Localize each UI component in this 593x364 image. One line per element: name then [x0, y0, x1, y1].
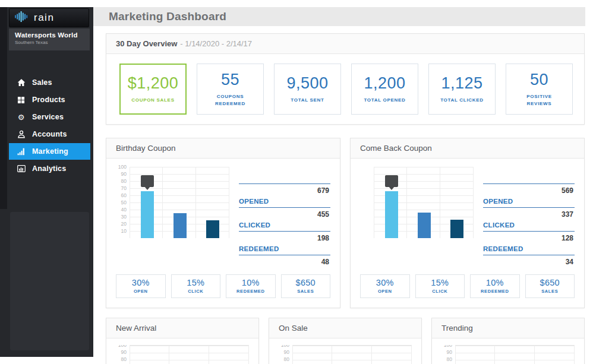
- logo-wordmark: rain: [34, 12, 54, 24]
- stat-label: CLICKED: [239, 220, 330, 232]
- sales-button[interactable]: $650 SALES: [281, 274, 331, 298]
- kpi-label: OPEN: [361, 289, 409, 294]
- coupon-kpi-buttons: 30% OPEN 15% CLICK 10% REDEEMED $650 SAL…: [116, 274, 330, 298]
- y-axis: 100908070: [116, 345, 128, 364]
- kpi-label: REDEEMED: [226, 289, 275, 294]
- tile-total-opened[interactable]: 1,200 TOTAL OPENED: [351, 64, 418, 115]
- page-header: Marketing Dashboard: [93, 7, 585, 26]
- new-arrival-chart: 100908070: [116, 345, 249, 364]
- stat-row: REDEEMED 34: [483, 244, 575, 267]
- stat-value: 128: [483, 232, 575, 243]
- chart-plot-area: [455, 345, 575, 364]
- tile-label: TOTAL OPENED: [363, 97, 407, 104]
- y-tick-label: 90: [121, 350, 127, 355]
- sidebar-item-services[interactable]: ⚙ Services: [0, 109, 93, 125]
- chart-plot-area: [292, 345, 412, 364]
- redeemed-rate-button[interactable]: 10% REDEEMED: [470, 274, 520, 298]
- stat-value: 569: [483, 184, 575, 196]
- open-rate-button[interactable]: 30% OPEN: [360, 274, 410, 298]
- sidebar-item-accounts[interactable]: Accounts: [0, 126, 93, 143]
- stat-label: CLICKED: [483, 220, 575, 232]
- stat-value: 679: [239, 184, 330, 196]
- y-tick-label: 80: [121, 357, 127, 362]
- tile-coupons-redeemed[interactable]: 55 COUPONS REDEEMED: [197, 64, 264, 115]
- y-axis: 100908070: [441, 345, 453, 364]
- stat-row: REDEEMED 48: [239, 244, 330, 267]
- y-tick-label: 60: [121, 193, 127, 198]
- birthday-bar-chart: 100908070605040302010: [116, 167, 229, 268]
- y-tick-label: 100: [444, 345, 452, 348]
- account-selector[interactable]: Watersports World Southern Texas: [9, 29, 90, 50]
- chart-bar[interactable]: [206, 220, 219, 238]
- tile-value: $1,200: [128, 74, 179, 93]
- tile-positive-reviews[interactable]: 50 POSITIVE REVIEWS: [506, 64, 573, 115]
- panel-header: Birthday Coupon: [106, 138, 340, 159]
- stat-row: CLICKED 198: [239, 220, 330, 243]
- chart-bar[interactable]: [174, 213, 187, 238]
- sidebar-item-label: Analytics: [32, 164, 66, 173]
- sidebar: rain Watersports World Southern Texas Sa…: [0, 7, 93, 357]
- stat-value: 48: [239, 255, 330, 267]
- panel-title: Come Back Coupon: [360, 144, 432, 153]
- trending-chart: 100908070: [441, 345, 575, 364]
- tile-value: 50: [530, 71, 548, 89]
- y-tick-label: 80: [284, 357, 289, 362]
- stat-value: 34: [483, 255, 575, 267]
- tile-coupon-sales[interactable]: $1,200 COUPON SALES: [119, 64, 187, 115]
- stat-label: [239, 173, 330, 184]
- app-logo: rain: [9, 8, 89, 27]
- y-tick-label: 90: [284, 350, 289, 355]
- y-tick-label: 80: [121, 179, 127, 184]
- panel-title: Birthday Coupon: [116, 144, 176, 153]
- overview-card-header: 30 Day Overview - 1/14/2020 - 2/14/17: [106, 34, 584, 54]
- tile-label: COUPONS REDEEMED: [209, 93, 253, 108]
- kpi-label: SALES: [526, 289, 575, 294]
- tile-value: 1,200: [364, 74, 405, 93]
- sidebar-item-label: Accounts: [32, 130, 67, 138]
- kpi-value: 30%: [361, 278, 409, 287]
- coupon-stats-list: 679 OPENED 455 CLICKED 198 REDEEMED 48: [239, 167, 330, 268]
- click-rate-button[interactable]: 15% CLICK: [171, 274, 221, 298]
- y-tick-label: 50: [121, 200, 127, 205]
- kpi-label: SALES: [282, 289, 330, 294]
- sidebar-item-products[interactable]: Products: [0, 91, 93, 108]
- tile-total-clicked[interactable]: 1,125 TOTAL CLICKED: [428, 64, 496, 115]
- chart-bar[interactable]: [418, 213, 431, 238]
- sidebar-item-analytics[interactable]: Analytics: [0, 160, 93, 177]
- panel-body: 100908070: [106, 338, 258, 364]
- sales-button[interactable]: $650 SALES: [525, 274, 575, 298]
- come-back-coupon-panel: Come Back Coupon 569 OPENED: [350, 138, 585, 308]
- account-location: Southern Texas: [15, 40, 90, 45]
- page-title: Marketing Dashboard: [109, 10, 226, 23]
- tile-label: POSITIVE REVIEWS: [518, 93, 562, 108]
- chart-bar[interactable]: [450, 220, 463, 238]
- click-rate-button[interactable]: 15% CLICK: [415, 274, 465, 298]
- y-tick-label: 90: [447, 350, 452, 355]
- comeback-bar-chart: [360, 167, 474, 268]
- y-tick-label: 90: [121, 172, 127, 177]
- coupon-kpi-buttons: 30% OPEN 15% CLICK 10% REDEEMED $650 SAL…: [360, 274, 575, 298]
- sidebar-item-marketing[interactable]: Marketing: [0, 143, 93, 160]
- tile-total-sent[interactable]: 9,500 TOTAL SENT: [274, 64, 341, 115]
- sidebar-item-sales[interactable]: Sales: [0, 74, 93, 91]
- tile-label: COUPON SALES: [131, 97, 175, 104]
- sidebar-item-label: Marketing: [32, 147, 68, 156]
- stat-value: 337: [483, 208, 575, 220]
- y-tick-label: 100: [281, 345, 289, 348]
- chart-tooltip-notch: [389, 186, 395, 190]
- bar-chart-icon: [17, 164, 26, 173]
- kpi-label: OPEN: [116, 289, 165, 294]
- kpi-label: REDEEMED: [471, 289, 519, 294]
- panel-header: Come Back Coupon: [351, 138, 584, 159]
- open-rate-button[interactable]: 30% OPEN: [116, 274, 166, 298]
- kpi-value: $650: [526, 278, 575, 287]
- panel-title: On Sale: [279, 324, 308, 333]
- new-arrival-panel: New Arrival 100908070: [106, 318, 259, 364]
- stat-row: 679: [239, 173, 330, 196]
- redeemed-rate-button[interactable]: 10% REDEEMED: [226, 274, 276, 298]
- chart-bar[interactable]: [385, 191, 398, 238]
- trending-panel: Trending 100908070: [431, 318, 585, 364]
- chart-bar[interactable]: [141, 191, 154, 238]
- kpi-value: $650: [282, 278, 330, 287]
- panel-body: 100908070: [269, 338, 421, 364]
